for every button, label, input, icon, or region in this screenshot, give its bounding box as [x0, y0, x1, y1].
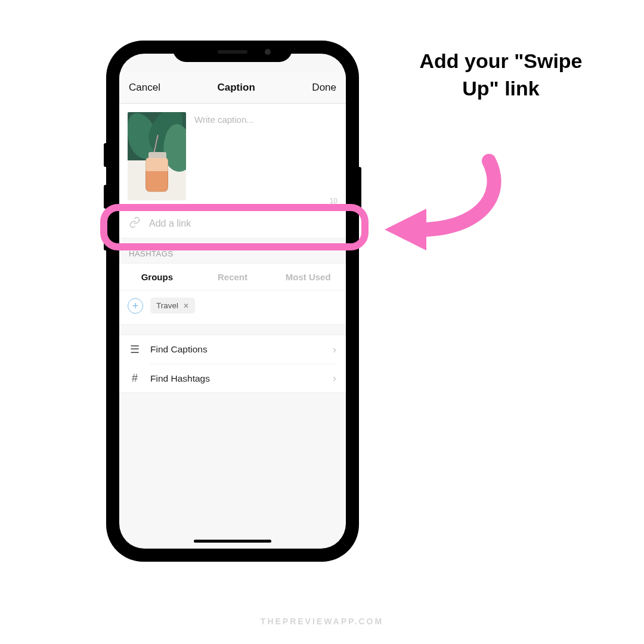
caption-input[interactable]: Write caption...	[186, 112, 338, 200]
chip-label: Travel	[156, 301, 178, 310]
home-indicator	[194, 540, 271, 543]
row-label: Find Hashtags	[150, 373, 210, 384]
hash-icon: #	[129, 372, 141, 385]
page-title: Caption	[218, 82, 255, 94]
chevron-right-icon: ›	[333, 343, 336, 356]
done-button[interactable]: Done	[312, 82, 336, 94]
phone-screen: Cancel Caption Done Write caption... 10 …	[119, 54, 346, 549]
hashtag-tabs: Groups Recent Most Used	[119, 263, 346, 290]
hashtag-group-chip[interactable]: Travel ✕	[150, 298, 195, 314]
add-group-button[interactable]: +	[128, 298, 143, 314]
phone-notch	[173, 42, 292, 62]
find-captions-row[interactable]: ☰ Find Captions ›	[119, 335, 346, 364]
chevron-right-icon: ›	[333, 372, 336, 385]
plus-icon: +	[132, 301, 139, 311]
tab-recent[interactable]: Recent	[195, 272, 271, 282]
tools-list: ☰ Find Captions › # Find Hashtags ›	[119, 335, 346, 393]
phone-frame: Cancel Caption Done Write caption... 10 …	[107, 42, 358, 561]
add-link-row[interactable]: Add a link	[119, 209, 346, 239]
arrow-annotation	[370, 149, 525, 268]
navbar: Cancel Caption Done	[119, 72, 346, 104]
caption-area: Write caption... 10	[119, 104, 346, 209]
find-hashtags-row[interactable]: # Find Hashtags ›	[119, 364, 346, 392]
post-thumbnail[interactable]	[128, 112, 186, 200]
cancel-button[interactable]: Cancel	[129, 82, 160, 94]
row-label: Find Captions	[150, 344, 208, 355]
add-link-placeholder: Add a link	[149, 218, 191, 229]
link-icon	[129, 216, 141, 231]
watermark: THEPREVIEWAPP.COM	[0, 617, 644, 626]
caption-char-count: 10	[330, 197, 338, 205]
hashtag-groups-row: + Travel ✕	[119, 290, 346, 325]
tab-groups[interactable]: Groups	[119, 272, 195, 282]
tab-most-used[interactable]: Most Used	[270, 272, 346, 282]
hashtags-section-header: HASHTAGS	[119, 239, 346, 263]
chip-remove-icon[interactable]: ✕	[183, 302, 189, 310]
callout-text: Add your "Swipe Up" link	[411, 48, 590, 103]
lines-icon: ☰	[129, 343, 141, 356]
